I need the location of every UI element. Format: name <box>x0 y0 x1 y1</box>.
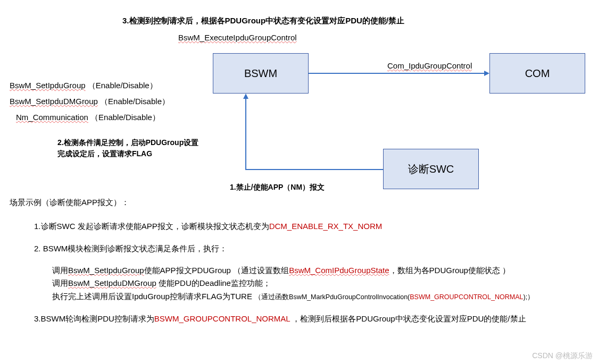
scenario-item-2b: 调用BswM_SetIpduDMGroup 使能PDU的Deadline监控功能… <box>52 277 588 290</box>
step2-line2: 完成设定后，设置请求FLAG <box>57 149 152 159</box>
step3-label: 3.检测到控制请求后，根据各PDUGroup中状态有变化设置对应PDU的使能/禁… <box>122 16 404 26</box>
diagram-area: 3.检测到控制请求后，根据各PDUGroup中状态有变化设置对应PDU的使能/禁… <box>0 0 598 197</box>
arrow-bswm-com <box>309 73 484 74</box>
scenario-item-2a: 调用BswM_SetIpduGroup使能APP报文PDUGroup （通过设置… <box>52 265 588 277</box>
node-swc: 诊断SWC <box>383 149 479 189</box>
step3-fn: BswM_ExecuteIpduGroupControl <box>178 33 297 42</box>
arrow-swc-bswm-v <box>245 99 246 170</box>
arrow-bswm-com-head <box>484 71 489 76</box>
scenario-item-2: 2. BSWM模块检测到诊断报文状态满足条件后，执行： 调用BswM_SetIp… <box>34 243 588 302</box>
scenario-item-1: 1.诊断SWC 发起诊断请求使能APP报文，诊断模块报文状态机变为DCM_ENA… <box>34 221 588 233</box>
scenario-item-3: 3.BSWM轮询检测PDU控制请求为BSWM_GROUPCONTROL_NORM… <box>34 313 588 325</box>
node-bswm: BSWM <box>213 53 309 94</box>
watermark: CSDN @桃源乐游 <box>532 351 593 361</box>
scenario-title: 场景示例（诊断使能APP报文）： <box>10 197 588 209</box>
fn3: Nm_Communication （Enable/Disable） <box>16 113 160 123</box>
fn2: BswM_SetIpduDMGroup （Enable/Disable） <box>10 97 170 107</box>
arrow-swc-bswm-h <box>245 169 383 170</box>
scenario-item-2c: 执行完上述调用后设置IpduGroup控制请求FLAG为TURE （通过函数Bs… <box>52 291 588 303</box>
fn1: BswM_SetIpduGroup （Enable/Disable） <box>10 81 157 91</box>
step2-line1: 2.检测条件满足控制，启动PDUGroup设置 <box>57 138 198 148</box>
step1-label: 1.禁止/使能APP（NM）报文 <box>230 183 325 192</box>
node-com: COM <box>489 53 585 94</box>
arrow-fn-label: Com_IpduGroupControl <box>387 61 472 70</box>
scenario-text: 场景示例（诊断使能APP报文）： 1.诊断SWC 发起诊断请求使能APP报文，诊… <box>0 197 598 325</box>
arrow-swc-bswm-head <box>243 94 248 99</box>
